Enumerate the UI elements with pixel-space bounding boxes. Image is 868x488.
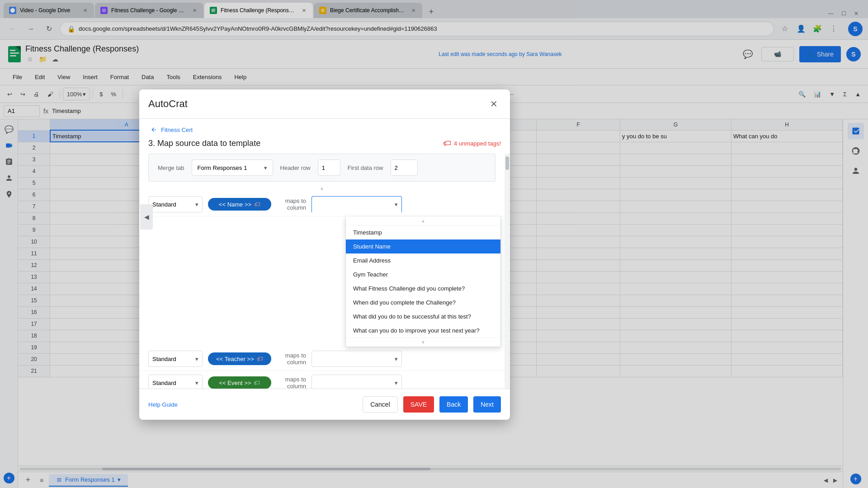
tag-name-1[interactable]: << Name >> 🏷 — [208, 198, 271, 211]
tag-type-select-2[interactable]: Standard ▾ — [148, 351, 203, 367]
dropdown-option-when-complete-text: When did you complete the Challenge? — [353, 299, 456, 306]
dropdown-scroll-up[interactable]: ▲ — [346, 216, 500, 225]
tag-type-chevron-3: ▾ — [195, 380, 198, 386]
tag-label-icon-2: 🏷 — [257, 355, 263, 362]
dropdown-option-successful[interactable]: What did you do to be successful at this… — [346, 310, 500, 324]
first-data-row-label: First data row — [348, 164, 383, 171]
unmapped-tags-badge: 🏷 4 unmapped tags! — [443, 139, 501, 148]
tag-warning-icon: 🏷 — [443, 139, 451, 148]
dropdown-option-student-name-text: Student Name — [353, 243, 391, 250]
dropdown-option-gym-teacher-text: Gym Teacher — [353, 271, 388, 278]
tag-name-3[interactable]: << Event >> 🏷 — [208, 376, 271, 389]
dialog-step-header: 3. Map source data to template 🏷 4 unmap… — [139, 137, 510, 154]
tag-type-value-1: Standard — [152, 201, 176, 208]
dialog-footer: Help Guide Cancel SAVE Back Next — [139, 389, 510, 420]
tag-name-text-3: << Event >> — [219, 380, 251, 386]
dropdown-option-fitness-challenge-text: What Fitness Challenge did you complete? — [353, 285, 465, 292]
cancel-button[interactable]: Cancel — [363, 396, 398, 413]
tag-label-icon-3: 🏷 — [254, 379, 260, 386]
back-button-dialog[interactable]: Back — [439, 396, 468, 413]
maps-to-label-2: maps to column — [277, 352, 306, 366]
tag-label-icon-1: 🏷 — [254, 201, 260, 208]
column-select-2[interactable]: ▾ — [311, 351, 402, 367]
dropdown-option-gym-teacher[interactable]: Gym Teacher — [346, 267, 500, 282]
dropdown-list: ▲ Timestamp Student Name Email Address G… — [345, 216, 501, 347]
dialog-content: Merge tab Form Responses 1 ▾ Header row … — [139, 154, 510, 389]
dropdown-option-timestamp-text: Timestamp — [353, 229, 382, 236]
merge-tab-value: Form Responses 1 — [198, 164, 247, 171]
scroll-up-indicator[interactable]: ▲ — [148, 185, 495, 191]
unmapped-tags-text: 4 unmapped tags! — [454, 140, 501, 147]
maps-to-label-1: maps to column — [277, 197, 306, 211]
tag-type-value-3: Standard — [152, 380, 176, 386]
maps-to-text-1: maps to — [277, 197, 306, 204]
breadcrumb-fitness-cert[interactable]: Fitness Cert — [161, 127, 193, 133]
column-dropdown: ▲ Timestamp Student Name Email Address G… — [345, 216, 501, 347]
maps-to-label-3: maps to column — [277, 376, 306, 389]
save-button[interactable]: SAVE — [403, 396, 434, 413]
column-text-1: column — [277, 204, 306, 211]
dropdown-option-email-text: Email Address — [353, 257, 391, 264]
breadcrumb-arrow-icon — [148, 124, 159, 135]
dropdown-option-fitness-challenge[interactable]: What Fitness Challenge did you complete? — [346, 282, 500, 296]
column-select-chevron-2: ▾ — [395, 356, 398, 362]
maps-to-text-3: maps to — [277, 376, 306, 383]
column-select-chevron-3: ▾ — [395, 380, 398, 386]
dropdown-option-improve-text: What can you do to improve your test nex… — [353, 327, 480, 334]
header-row-label: Header row — [280, 164, 311, 171]
tag-name-text-1: << Name >> — [219, 201, 251, 208]
tag-type-value-2: Standard — [152, 356, 176, 362]
dialog-header: AutoCrat ✕ — [139, 89, 510, 119]
tag-type-chevron-2: ▾ — [195, 356, 198, 362]
dialog-scrollbar[interactable] — [505, 154, 510, 389]
dropdown-scroll-down[interactable]: ▼ — [346, 338, 500, 347]
dropdown-option-when-complete[interactable]: When did you complete the Challenge? — [346, 296, 500, 310]
help-guide-link[interactable]: Help Guide — [148, 401, 357, 408]
column-text-2: column — [277, 359, 306, 366]
first-data-row-input[interactable]: 2 — [391, 160, 418, 176]
dropdown-option-email[interactable]: Email Address — [346, 253, 500, 267]
autocrat-dialog: AutoCrat ✕ Fitness Cert 3. Map source da… — [139, 89, 510, 420]
dropdown-option-student-name[interactable]: Student Name — [346, 239, 500, 253]
dialog-overlay: ◀ AutoCrat ✕ Fitness Cert 3. Map source … — [0, 0, 868, 488]
column-select-chevron-1: ▾ — [395, 201, 398, 208]
merge-settings-row: Merge tab Form Responses 1 ▾ Header row … — [148, 154, 495, 182]
tag-type-select-1[interactable]: Standard ▾ — [148, 196, 203, 212]
column-text-3: column — [277, 383, 306, 389]
dialog-breadcrumb: Fitness Cert — [139, 119, 510, 137]
merge-tab-chevron: ▾ — [264, 164, 267, 171]
column-select-1[interactable]: ▾ — [311, 196, 402, 212]
tag-name-text-2: << Teacher >> — [216, 356, 254, 362]
tag-name-2[interactable]: << Teacher >> 🏷 — [208, 352, 271, 365]
next-button[interactable]: Next — [473, 396, 501, 413]
tag-row-1: Standard ▾ << Name >> 🏷 maps to column ▾ — [139, 192, 510, 216]
left-arrow-panel[interactable]: ◀ — [140, 204, 153, 230]
header-row-input[interactable]: 1 — [318, 160, 340, 176]
merge-tab-select[interactable]: Form Responses 1 ▾ — [192, 160, 273, 176]
dropdown-option-improve[interactable]: What can you do to improve your test nex… — [346, 324, 500, 338]
dropdown-option-timestamp[interactable]: Timestamp — [346, 225, 500, 239]
merge-tab-label: Merge tab — [158, 164, 184, 171]
maps-to-text-2: maps to — [277, 352, 306, 359]
tag-row-3: Standard ▾ << Event >> 🏷 maps to column … — [139, 371, 510, 389]
tag-type-select-3[interactable]: Standard ▾ — [148, 375, 203, 389]
column-select-3[interactable]: ▾ — [311, 375, 402, 389]
tag-type-chevron-1: ▾ — [195, 201, 198, 208]
first-data-row-value: 2 — [395, 164, 398, 171]
dialog-title: AutoCrat — [148, 98, 486, 110]
dialog-step-title: 3. Map source data to template — [148, 139, 260, 148]
header-row-value: 1 — [322, 164, 325, 171]
dropdown-option-successful-text: What did you do to be successful at this… — [353, 313, 471, 320]
tag-row-2: Standard ▾ << Teacher >> 🏷 maps to colum… — [139, 347, 510, 371]
dialog-close-button[interactable]: ✕ — [486, 97, 501, 111]
